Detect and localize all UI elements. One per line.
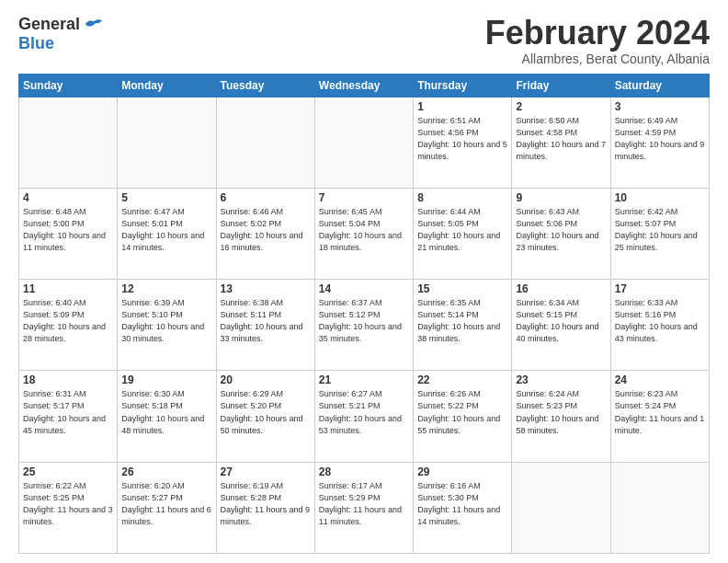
col-monday: Monday	[118, 74, 216, 97]
day-info: Sunrise: 6:43 AM Sunset: 5:06 PM Dayligh…	[516, 206, 606, 254]
day-info: Sunrise: 6:39 AM Sunset: 5:10 PM Dayligh…	[121, 297, 211, 345]
day-number: 25	[23, 465, 113, 478]
table-row: 7Sunrise: 6:45 AM Sunset: 5:04 PM Daylig…	[314, 188, 413, 279]
day-number: 15	[417, 282, 507, 295]
table-row: 21Sunrise: 6:27 AM Sunset: 5:21 PM Dayli…	[314, 371, 413, 462]
table-row: 6Sunrise: 6:46 AM Sunset: 5:02 PM Daylig…	[216, 188, 314, 279]
table-row: 9Sunrise: 6:43 AM Sunset: 5:06 PM Daylig…	[512, 188, 610, 279]
day-number: 7	[319, 191, 409, 204]
day-info: Sunrise: 6:47 AM Sunset: 5:01 PM Dayligh…	[121, 206, 211, 254]
day-info: Sunrise: 6:42 AM Sunset: 5:07 PM Dayligh…	[615, 206, 705, 254]
day-number: 16	[516, 282, 606, 295]
table-row: 3Sunrise: 6:49 AM Sunset: 4:59 PM Daylig…	[610, 97, 709, 188]
day-info: Sunrise: 6:46 AM Sunset: 5:02 PM Dayligh…	[221, 206, 311, 254]
day-number: 14	[319, 282, 409, 295]
day-number: 9	[516, 191, 606, 204]
col-sunday: Sunday	[19, 74, 118, 97]
day-number: 13	[221, 282, 311, 295]
table-row: 24Sunrise: 6:23 AM Sunset: 5:24 PM Dayli…	[610, 371, 709, 462]
table-row: 29Sunrise: 6:16 AM Sunset: 5:30 PM Dayli…	[414, 462, 512, 553]
day-number: 19	[121, 373, 211, 386]
table-row: 22Sunrise: 6:26 AM Sunset: 5:22 PM Dayli…	[414, 371, 512, 462]
logo: General Blue	[18, 15, 104, 53]
month-title: February 2024	[485, 15, 710, 52]
calendar-week-row: 4Sunrise: 6:48 AM Sunset: 5:00 PM Daylig…	[19, 188, 710, 279]
day-number: 18	[23, 373, 113, 386]
table-row: 10Sunrise: 6:42 AM Sunset: 5:07 PM Dayli…	[610, 188, 709, 279]
table-row: 23Sunrise: 6:24 AM Sunset: 5:23 PM Dayli…	[512, 371, 610, 462]
table-row: 26Sunrise: 6:20 AM Sunset: 5:27 PM Dayli…	[118, 462, 216, 553]
table-row: 2Sunrise: 6:50 AM Sunset: 4:58 PM Daylig…	[512, 97, 610, 188]
day-number: 3	[615, 100, 705, 113]
day-info: Sunrise: 6:44 AM Sunset: 5:05 PM Dayligh…	[417, 206, 507, 254]
day-info: Sunrise: 6:19 AM Sunset: 5:28 PM Dayligh…	[221, 480, 311, 528]
table-row: 15Sunrise: 6:35 AM Sunset: 5:14 PM Dayli…	[414, 280, 512, 371]
col-wednesday: Wednesday	[314, 74, 413, 97]
table-row: 25Sunrise: 6:22 AM Sunset: 5:25 PM Dayli…	[19, 462, 118, 553]
day-number: 26	[121, 465, 211, 478]
logo-general: General	[18, 15, 80, 34]
day-info: Sunrise: 6:35 AM Sunset: 5:14 PM Dayligh…	[417, 297, 507, 345]
col-friday: Friday	[512, 74, 610, 97]
col-tuesday: Tuesday	[216, 74, 314, 97]
day-info: Sunrise: 6:38 AM Sunset: 5:11 PM Dayligh…	[221, 297, 311, 345]
day-info: Sunrise: 6:30 AM Sunset: 5:18 PM Dayligh…	[121, 388, 211, 436]
day-number: 22	[417, 373, 507, 386]
day-info: Sunrise: 6:24 AM Sunset: 5:23 PM Dayligh…	[516, 388, 606, 436]
table-row	[118, 97, 216, 188]
table-row: 18Sunrise: 6:31 AM Sunset: 5:17 PM Dayli…	[19, 371, 118, 462]
table-row: 5Sunrise: 6:47 AM Sunset: 5:01 PM Daylig…	[118, 188, 216, 279]
day-info: Sunrise: 6:51 AM Sunset: 4:56 PM Dayligh…	[417, 115, 507, 163]
logo-bird-icon	[84, 17, 104, 33]
header: General Blue February 2024 Allambres, Be…	[18, 15, 710, 66]
day-info: Sunrise: 6:22 AM Sunset: 5:25 PM Dayligh…	[23, 480, 113, 528]
table-row: 17Sunrise: 6:33 AM Sunset: 5:16 PM Dayli…	[610, 280, 709, 371]
calendar-header-row: Sunday Monday Tuesday Wednesday Thursday…	[19, 74, 710, 97]
day-number: 23	[516, 373, 606, 386]
title-area: February 2024 Allambres, Berat County, A…	[485, 15, 710, 66]
day-info: Sunrise: 6:17 AM Sunset: 5:29 PM Dayligh…	[319, 480, 409, 528]
table-row: 27Sunrise: 6:19 AM Sunset: 5:28 PM Dayli…	[216, 462, 314, 553]
day-info: Sunrise: 6:34 AM Sunset: 5:15 PM Dayligh…	[516, 297, 606, 345]
page: General Blue February 2024 Allambres, Be…	[0, 0, 728, 563]
day-info: Sunrise: 6:31 AM Sunset: 5:17 PM Dayligh…	[23, 388, 113, 436]
day-number: 21	[319, 373, 409, 386]
day-info: Sunrise: 6:27 AM Sunset: 5:21 PM Dayligh…	[319, 388, 409, 436]
day-info: Sunrise: 6:45 AM Sunset: 5:04 PM Dayligh…	[319, 206, 409, 254]
day-number: 27	[221, 465, 311, 478]
day-info: Sunrise: 6:33 AM Sunset: 5:16 PM Dayligh…	[615, 297, 705, 345]
day-number: 5	[121, 191, 211, 204]
day-info: Sunrise: 6:37 AM Sunset: 5:12 PM Dayligh…	[319, 297, 409, 345]
calendar-week-row: 1Sunrise: 6:51 AM Sunset: 4:56 PM Daylig…	[19, 97, 710, 188]
day-info: Sunrise: 6:26 AM Sunset: 5:22 PM Dayligh…	[417, 388, 507, 436]
day-number: 17	[615, 282, 705, 295]
day-info: Sunrise: 6:16 AM Sunset: 5:30 PM Dayligh…	[417, 480, 507, 528]
day-info: Sunrise: 6:40 AM Sunset: 5:09 PM Dayligh…	[23, 297, 113, 345]
table-row: 12Sunrise: 6:39 AM Sunset: 5:10 PM Dayli…	[118, 280, 216, 371]
logo-blue: Blue	[18, 34, 54, 53]
day-number: 29	[417, 465, 507, 478]
table-row	[610, 462, 709, 553]
subtitle: Allambres, Berat County, Albania	[485, 52, 710, 66]
table-row: 1Sunrise: 6:51 AM Sunset: 4:56 PM Daylig…	[414, 97, 512, 188]
day-number: 6	[221, 191, 311, 204]
table-row: 4Sunrise: 6:48 AM Sunset: 5:00 PM Daylig…	[19, 188, 118, 279]
table-row	[216, 97, 314, 188]
table-row: 13Sunrise: 6:38 AM Sunset: 5:11 PM Dayli…	[216, 280, 314, 371]
day-number: 2	[516, 100, 606, 113]
calendar-week-row: 11Sunrise: 6:40 AM Sunset: 5:09 PM Dayli…	[19, 280, 710, 371]
table-row: 19Sunrise: 6:30 AM Sunset: 5:18 PM Dayli…	[118, 371, 216, 462]
table-row: 11Sunrise: 6:40 AM Sunset: 5:09 PM Dayli…	[19, 280, 118, 371]
calendar-table: Sunday Monday Tuesday Wednesday Thursday…	[18, 74, 710, 554]
day-number: 12	[121, 282, 211, 295]
day-number: 10	[615, 191, 705, 204]
day-number: 20	[221, 373, 311, 386]
table-row	[314, 97, 413, 188]
day-info: Sunrise: 6:23 AM Sunset: 5:24 PM Dayligh…	[615, 388, 705, 436]
calendar-week-row: 18Sunrise: 6:31 AM Sunset: 5:17 PM Dayli…	[19, 371, 710, 462]
table-row: 14Sunrise: 6:37 AM Sunset: 5:12 PM Dayli…	[314, 280, 413, 371]
day-number: 11	[23, 282, 113, 295]
calendar-week-row: 25Sunrise: 6:22 AM Sunset: 5:25 PM Dayli…	[19, 462, 710, 553]
col-thursday: Thursday	[414, 74, 512, 97]
day-number: 4	[23, 191, 113, 204]
